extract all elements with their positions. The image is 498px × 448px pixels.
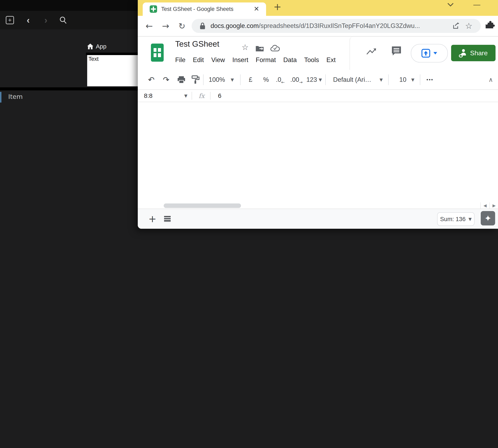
sheets-header: Test GSheet ☆ FileEditViewInsertFormatDa… — [138, 37, 498, 70]
tab-title: Test GSheet - Google Sheets — [161, 2, 233, 16]
print-icon[interactable] — [177, 70, 185, 89]
share-label: Share — [470, 49, 487, 57]
share-button[interactable]: Share — [451, 45, 496, 61]
font-caret-icon[interactable]: ▼ — [380, 70, 383, 89]
sheets-bottom-bar: + Sum: 136▼ ✦ — [138, 208, 498, 229]
decrease-decimal-button[interactable]: .0← — [276, 70, 285, 89]
sheets-favicon — [150, 5, 157, 13]
insights-chart-icon[interactable] — [366, 47, 378, 56]
menu-file[interactable]: File — [175, 56, 185, 64]
currency-format-button[interactable]: £ — [249, 70, 252, 89]
window-minimize-button[interactable]: — — [473, 0, 480, 8]
percent-format-button[interactable]: % — [263, 70, 269, 89]
browser-back-icon[interactable]: ← — [146, 16, 153, 36]
horizontal-scrollbar[interactable] — [164, 204, 241, 208]
number-format-button[interactable]: 123 ▼ — [306, 70, 322, 89]
present-to-meeting-button[interactable] — [411, 44, 448, 63]
extensions-puzzle-icon[interactable] — [485, 19, 496, 29]
lock-icon — [199, 19, 206, 33]
sheets-logo — [151, 44, 164, 62]
sheets-toolbar: ↶ ↷ 100% ▼ £ % .0← .00→ 123 ▼ Default (A… — [138, 70, 498, 90]
menu-edit[interactable]: Edit — [193, 56, 204, 64]
font-select[interactable]: Default (Ari… — [333, 70, 376, 89]
share-page-icon[interactable] — [452, 19, 460, 33]
star-doc-icon[interactable]: ☆ — [242, 43, 249, 52]
formula-bar: 8:8 ▼ fx 6 — [138, 90, 498, 102]
menu-data[interactable]: Data — [283, 56, 297, 64]
more-toolbar-button[interactable]: ••• — [426, 70, 433, 89]
collapse-toolbar-icon[interactable]: ∧ — [489, 70, 493, 89]
doc-title[interactable]: Test GSheet — [175, 39, 219, 48]
browser-forward-icon[interactable]: → — [162, 16, 169, 36]
menu-bar: FileEditViewInsertFormatDataToolsExt — [175, 56, 335, 64]
new-tab-button[interactable]: + — [273, 1, 282, 12]
menu-format[interactable]: Format — [256, 56, 276, 64]
url-text: docs.google.com/spreadsheets/d/1D3IRuxIl… — [211, 19, 420, 33]
explore-icon[interactable]: ✦ — [481, 211, 495, 225]
fx-icon: fx — [199, 90, 205, 102]
comments-icon[interactable] — [391, 46, 402, 57]
window-chevron-icon[interactable] — [446, 2, 455, 8]
bookmark-star-icon[interactable]: ☆ — [465, 19, 472, 33]
menu-view[interactable]: View — [211, 56, 225, 64]
name-box-caret-icon[interactable]: ▼ — [184, 90, 187, 102]
name-box[interactable]: 8:8 — [144, 90, 152, 102]
browser-reload-icon[interactable]: ↻ — [179, 16, 185, 36]
font-size-select[interactable]: 10 — [399, 70, 406, 89]
browser-navbar: ← → ↻ docs.google.com/spreadsheets/d/1D3… — [138, 16, 498, 37]
url-bar[interactable]: docs.google.com/spreadsheets/d/1D3IRuxIl… — [192, 19, 481, 33]
font-size-caret-icon[interactable]: ▼ — [411, 70, 414, 89]
scroll-right-button[interactable]: ▶ — [489, 202, 498, 208]
browser-window: Test GSheet - Google Sheets ✕ + — ← → ↻ … — [138, 0, 498, 229]
tab-close-icon[interactable]: ✕ — [254, 2, 259, 16]
menu-tools[interactable]: Tools — [304, 56, 319, 64]
browser-tab-strip: Test GSheet - Google Sheets ✕ + — — [138, 0, 498, 16]
increase-decimal-button[interactable]: .00→ — [290, 70, 303, 89]
menu-ext[interactable]: Ext — [327, 56, 336, 64]
browser-tab[interactable]: Test GSheet - Google Sheets ✕ — [143, 2, 266, 16]
formula-input[interactable]: 6 — [218, 90, 221, 102]
menu-insert[interactable]: Insert — [232, 56, 248, 64]
redo-icon[interactable]: ↷ — [163, 70, 169, 89]
scroll-left-button[interactable]: ◀ — [480, 202, 489, 208]
paint-format-icon[interactable] — [192, 70, 199, 89]
cloud-saved-icon[interactable] — [270, 45, 280, 54]
zoom-select[interactable]: 100% — [209, 70, 225, 89]
all-sheets-icon[interactable] — [164, 209, 171, 229]
sum-indicator[interactable]: Sum: 136▼ — [437, 212, 475, 226]
add-sheet-button[interactable]: + — [149, 209, 156, 229]
undo-icon[interactable]: ↶ — [148, 70, 155, 89]
screenshot-root: + ‹ › App Text Item Test GSheet - Google… — [0, 0, 498, 448]
header-actions-card: Share — [349, 37, 498, 70]
zoom-caret-icon[interactable]: ▼ — [231, 70, 234, 89]
move-to-folder-icon[interactable] — [255, 45, 264, 54]
